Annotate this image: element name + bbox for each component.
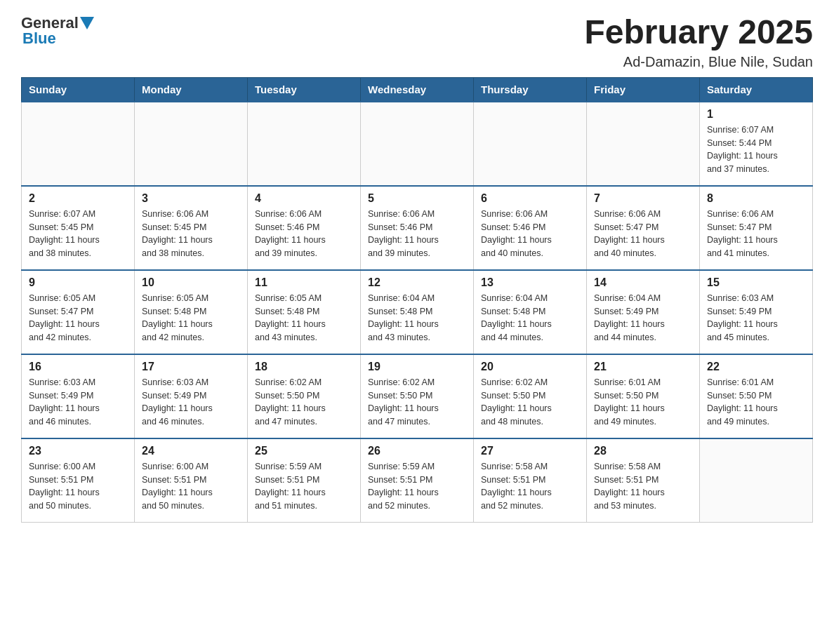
calendar-cell: 15Sunrise: 6:03 AMSunset: 5:49 PMDayligh… xyxy=(700,270,813,354)
day-info: Sunrise: 5:58 AMSunset: 5:51 PMDaylight:… xyxy=(481,460,579,513)
weekday-header-row: SundayMondayTuesdayWednesdayThursdayFrid… xyxy=(22,77,813,102)
calendar-cell: 14Sunrise: 6:04 AMSunset: 5:49 PMDayligh… xyxy=(587,270,700,354)
calendar-table: SundayMondayTuesdayWednesdayThursdayFrid… xyxy=(21,77,813,523)
weekday-header-friday: Friday xyxy=(587,77,700,102)
weekday-header-wednesday: Wednesday xyxy=(361,77,474,102)
calendar-cell: 13Sunrise: 6:04 AMSunset: 5:48 PMDayligh… xyxy=(474,270,587,354)
day-number: 15 xyxy=(707,276,805,289)
calendar-subtitle: Ad-Damazin, Blue Nile, Sudan xyxy=(584,54,813,70)
day-info: Sunrise: 6:02 AMSunset: 5:50 PMDaylight:… xyxy=(368,376,466,429)
weekday-header-sunday: Sunday xyxy=(22,77,135,102)
day-info: Sunrise: 6:07 AMSunset: 5:45 PMDaylight:… xyxy=(29,208,127,260)
logo-triangle-icon xyxy=(80,17,94,29)
day-number: 20 xyxy=(481,361,579,373)
day-info: Sunrise: 6:06 AMSunset: 5:45 PMDaylight:… xyxy=(142,208,240,260)
day-number: 1 xyxy=(707,108,805,121)
day-number: 18 xyxy=(255,361,353,373)
weekday-header-monday: Monday xyxy=(135,77,248,102)
calendar-cell: 22Sunrise: 6:01 AMSunset: 5:50 PMDayligh… xyxy=(700,354,813,438)
calendar-cell: 20Sunrise: 6:02 AMSunset: 5:50 PMDayligh… xyxy=(474,354,587,438)
calendar-title: February 2025 xyxy=(584,14,813,51)
calendar-cell: 8Sunrise: 6:06 AMSunset: 5:47 PMDaylight… xyxy=(700,186,813,270)
day-number: 16 xyxy=(29,361,127,373)
day-info: Sunrise: 6:04 AMSunset: 5:48 PMDaylight:… xyxy=(481,292,579,344)
calendar-cell xyxy=(248,102,361,186)
day-number: 4 xyxy=(255,192,353,205)
calendar-cell: 4Sunrise: 6:06 AMSunset: 5:46 PMDaylight… xyxy=(248,186,361,270)
day-info: Sunrise: 6:06 AMSunset: 5:46 PMDaylight:… xyxy=(255,208,353,260)
calendar-week-row: 2Sunrise: 6:07 AMSunset: 5:45 PMDaylight… xyxy=(22,186,813,270)
day-number: 11 xyxy=(255,276,353,289)
day-info: Sunrise: 5:59 AMSunset: 5:51 PMDaylight:… xyxy=(368,460,466,513)
calendar-cell: 24Sunrise: 6:00 AMSunset: 5:51 PMDayligh… xyxy=(135,438,248,523)
calendar-cell: 25Sunrise: 5:59 AMSunset: 5:51 PMDayligh… xyxy=(248,438,361,523)
day-info: Sunrise: 6:02 AMSunset: 5:50 PMDaylight:… xyxy=(481,376,579,429)
day-info: Sunrise: 6:01 AMSunset: 5:50 PMDaylight:… xyxy=(707,376,805,429)
day-info: Sunrise: 6:06 AMSunset: 5:46 PMDaylight:… xyxy=(481,208,579,260)
day-info: Sunrise: 6:06 AMSunset: 5:46 PMDaylight:… xyxy=(368,208,466,260)
calendar-week-row: 1Sunrise: 6:07 AMSunset: 5:44 PMDaylight… xyxy=(22,102,813,186)
calendar-cell xyxy=(474,102,587,186)
calendar-week-row: 9Sunrise: 6:05 AMSunset: 5:47 PMDaylight… xyxy=(22,270,813,354)
logo: General Blue xyxy=(21,14,95,48)
calendar-cell: 21Sunrise: 6:01 AMSunset: 5:50 PMDayligh… xyxy=(587,354,700,438)
day-number: 8 xyxy=(707,192,805,205)
calendar-cell: 11Sunrise: 6:05 AMSunset: 5:48 PMDayligh… xyxy=(248,270,361,354)
day-info: Sunrise: 6:02 AMSunset: 5:50 PMDaylight:… xyxy=(255,376,353,429)
day-info: Sunrise: 6:07 AMSunset: 5:44 PMDaylight:… xyxy=(707,123,805,176)
calendar-cell xyxy=(361,102,474,186)
day-number: 17 xyxy=(142,361,240,373)
day-info: Sunrise: 6:00 AMSunset: 5:51 PMDaylight:… xyxy=(142,460,240,513)
day-number: 27 xyxy=(481,445,579,457)
day-info: Sunrise: 6:06 AMSunset: 5:47 PMDaylight:… xyxy=(594,208,692,260)
day-info: Sunrise: 6:01 AMSunset: 5:50 PMDaylight:… xyxy=(594,376,692,429)
day-number: 9 xyxy=(29,276,127,289)
calendar-cell xyxy=(700,438,813,523)
day-info: Sunrise: 6:03 AMSunset: 5:49 PMDaylight:… xyxy=(142,376,240,429)
calendar-cell xyxy=(22,102,135,186)
day-info: Sunrise: 6:04 AMSunset: 5:49 PMDaylight:… xyxy=(594,292,692,344)
day-number: 5 xyxy=(368,192,466,205)
calendar-cell: 26Sunrise: 5:59 AMSunset: 5:51 PMDayligh… xyxy=(361,438,474,523)
logo-blue-text: Blue xyxy=(22,29,56,48)
calendar-cell: 23Sunrise: 6:00 AMSunset: 5:51 PMDayligh… xyxy=(22,438,135,523)
calendar-cell xyxy=(587,102,700,186)
calendar-week-row: 16Sunrise: 6:03 AMSunset: 5:49 PMDayligh… xyxy=(22,354,813,438)
page-header: General Blue February 2025 Ad-Damazin, B… xyxy=(21,14,813,70)
day-info: Sunrise: 6:04 AMSunset: 5:48 PMDaylight:… xyxy=(368,292,466,344)
day-info: Sunrise: 6:03 AMSunset: 5:49 PMDaylight:… xyxy=(29,376,127,429)
calendar-cell: 12Sunrise: 6:04 AMSunset: 5:48 PMDayligh… xyxy=(361,270,474,354)
weekday-header-thursday: Thursday xyxy=(474,77,587,102)
calendar-cell: 2Sunrise: 6:07 AMSunset: 5:45 PMDaylight… xyxy=(22,186,135,270)
calendar-cell: 10Sunrise: 6:05 AMSunset: 5:48 PMDayligh… xyxy=(135,270,248,354)
day-number: 3 xyxy=(142,192,240,205)
calendar-week-row: 23Sunrise: 6:00 AMSunset: 5:51 PMDayligh… xyxy=(22,438,813,523)
calendar-cell xyxy=(135,102,248,186)
day-info: Sunrise: 6:03 AMSunset: 5:49 PMDaylight:… xyxy=(707,292,805,344)
day-number: 6 xyxy=(481,192,579,205)
day-info: Sunrise: 6:05 AMSunset: 5:47 PMDaylight:… xyxy=(29,292,127,344)
calendar-cell: 6Sunrise: 6:06 AMSunset: 5:46 PMDaylight… xyxy=(474,186,587,270)
day-info: Sunrise: 6:06 AMSunset: 5:47 PMDaylight:… xyxy=(707,208,805,260)
day-info: Sunrise: 6:00 AMSunset: 5:51 PMDaylight:… xyxy=(29,460,127,513)
calendar-cell: 17Sunrise: 6:03 AMSunset: 5:49 PMDayligh… xyxy=(135,354,248,438)
day-number: 24 xyxy=(142,445,240,457)
title-block: February 2025 Ad-Damazin, Blue Nile, Sud… xyxy=(584,14,813,70)
day-number: 26 xyxy=(368,445,466,457)
day-info: Sunrise: 6:05 AMSunset: 5:48 PMDaylight:… xyxy=(255,292,353,344)
calendar-cell: 7Sunrise: 6:06 AMSunset: 5:47 PMDaylight… xyxy=(587,186,700,270)
calendar-cell: 5Sunrise: 6:06 AMSunset: 5:46 PMDaylight… xyxy=(361,186,474,270)
calendar-cell: 16Sunrise: 6:03 AMSunset: 5:49 PMDayligh… xyxy=(22,354,135,438)
day-number: 10 xyxy=(142,276,240,289)
calendar-cell: 3Sunrise: 6:06 AMSunset: 5:45 PMDaylight… xyxy=(135,186,248,270)
weekday-header-tuesday: Tuesday xyxy=(248,77,361,102)
calendar-cell: 18Sunrise: 6:02 AMSunset: 5:50 PMDayligh… xyxy=(248,354,361,438)
calendar-cell: 19Sunrise: 6:02 AMSunset: 5:50 PMDayligh… xyxy=(361,354,474,438)
day-number: 25 xyxy=(255,445,353,457)
day-info: Sunrise: 6:05 AMSunset: 5:48 PMDaylight:… xyxy=(142,292,240,344)
day-info: Sunrise: 5:58 AMSunset: 5:51 PMDaylight:… xyxy=(594,460,692,513)
calendar-cell: 1Sunrise: 6:07 AMSunset: 5:44 PMDaylight… xyxy=(700,102,813,186)
day-number: 22 xyxy=(707,361,805,373)
day-number: 23 xyxy=(29,445,127,457)
day-number: 13 xyxy=(481,276,579,289)
